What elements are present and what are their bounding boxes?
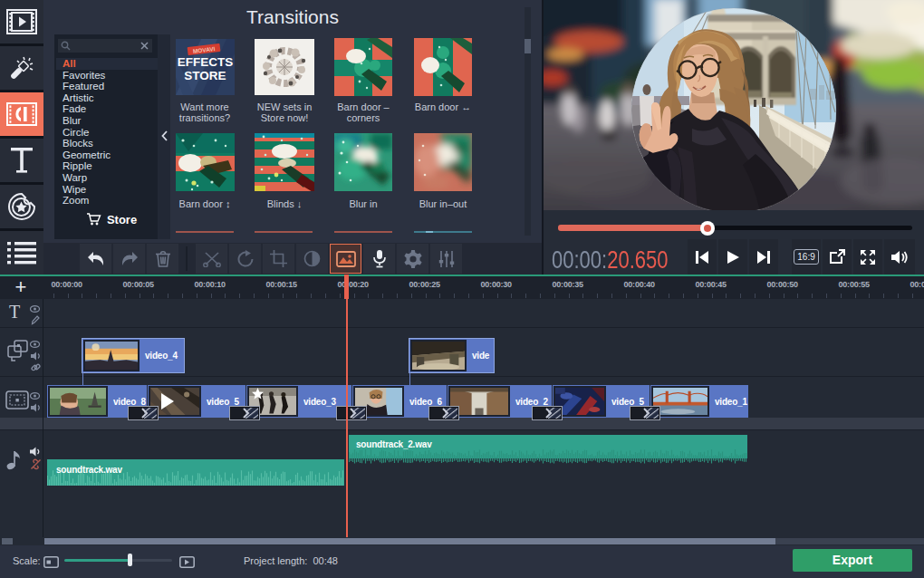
svg-text:STORE: STORE: [184, 69, 226, 82]
svg-text:EFFECTS: EFFECTS: [178, 55, 234, 69]
